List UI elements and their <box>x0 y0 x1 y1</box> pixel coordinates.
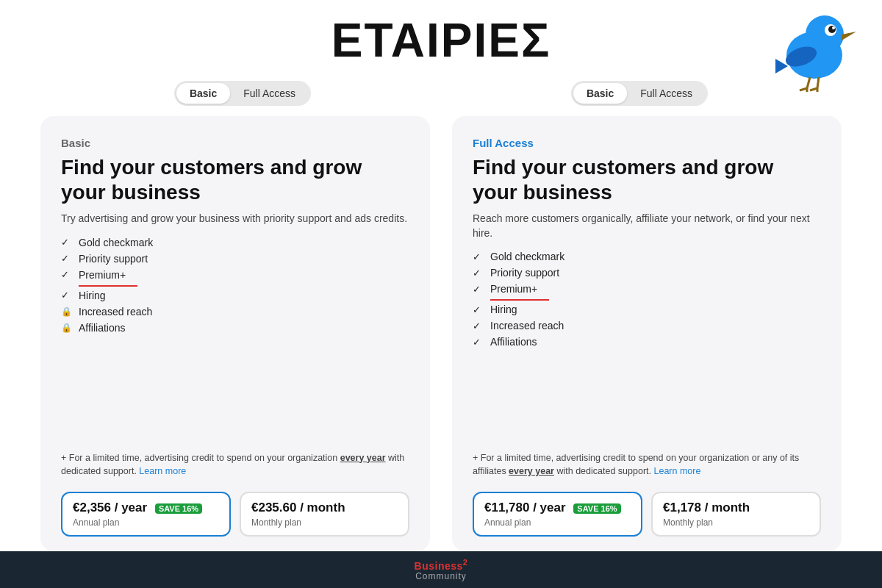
basic-promo-text: + For a limited time, advertising credit… <box>61 451 409 479</box>
check-icon: ✓ <box>473 284 484 295</box>
list-item: ✓ Premium+ <box>61 269 409 281</box>
check-icon: ✓ <box>473 304 484 315</box>
list-item: ✓ Gold checkmark <box>473 251 821 262</box>
footer-logo-bottom: Community <box>415 571 467 581</box>
list-item: ✓ Hiring <box>473 304 821 315</box>
svg-line-8 <box>807 77 810 88</box>
lock-icon: 🔒 <box>61 306 73 317</box>
full-access-annual-amount: €11,780 / year SAVE 16% <box>484 501 631 515</box>
main-container: ΕΤΑΙΡΙΕΣ <box>0 0 882 588</box>
full-access-annual-price-box[interactable]: €11,780 / year SAVE 16% Annual plan <box>473 492 642 537</box>
basic-annual-price-box[interactable]: €2,356 / year SAVE 16% Annual plan <box>61 492 231 537</box>
list-item: ✓ Priority support <box>61 253 409 265</box>
full-access-save-badge: SAVE 16% <box>573 503 620 514</box>
cards-row: Basic Find your customers and grow your … <box>0 116 882 551</box>
check-icon: ✓ <box>61 237 73 248</box>
list-item: ✓ Priority support <box>473 267 821 279</box>
basic-monthly-price-box[interactable]: €235.60 / month Monthly plan <box>240 492 409 537</box>
full-access-plan-badge: Full Access <box>473 137 821 149</box>
basic-learn-more-link[interactable]: Learn more <box>139 466 186 476</box>
basic-annual-amount: €2,356 / year SAVE 16% <box>73 501 219 515</box>
full-access-plan-card: Full Access Find your customers and grow… <box>452 116 842 551</box>
full-access-monthly-label: Monthly plan <box>663 517 809 528</box>
list-item: ✓ Gold checkmark <box>61 237 409 248</box>
list-item: ✓ Premium+ <box>473 283 821 295</box>
page-title: ΕΤΑΙΡΙΕΣ <box>331 13 551 68</box>
full-access-pricing-row: €11,780 / year SAVE 16% Annual plan €1,1… <box>473 492 821 537</box>
basic-plan-badge: Basic <box>61 137 409 149</box>
check-icon: ✓ <box>473 337 484 348</box>
full-access-plan-headline: Find your customers and grow your busine… <box>473 155 821 204</box>
list-item: ✓ Increased reach <box>473 320 821 331</box>
basic-save-badge: SAVE 16% <box>155 503 202 514</box>
left-toggle-group: Basic Full Access <box>174 81 311 106</box>
svg-line-11 <box>817 77 819 88</box>
full-access-plan-description: Reach more customers organically, affili… <box>473 212 821 240</box>
right-toggle-group: Basic Full Access <box>571 81 708 106</box>
basic-pricing-row: €2,356 / year SAVE 16% Annual plan €235.… <box>61 492 409 537</box>
check-icon: ✓ <box>473 320 484 331</box>
right-toggle-basic[interactable]: Basic <box>573 83 627 104</box>
basic-plan-headline: Find your customers and grow your busine… <box>61 155 409 204</box>
full-access-learn-more-link[interactable]: Learn more <box>653 466 700 476</box>
basic-monthly-amount: €235.60 / month <box>251 501 398 515</box>
toggle-row: Basic Full Access Basic Full Access <box>0 75 882 112</box>
footer-logo: Business2 Community <box>415 558 468 582</box>
bird-icon <box>772 4 860 92</box>
check-icon: ✓ <box>61 290 73 301</box>
basic-features-list: ✓ Gold checkmark ✓ Priority support ✓ Pr… <box>61 237 409 441</box>
check-icon: ✓ <box>61 253 73 264</box>
basic-plan-description: Try advertising and grow your business w… <box>61 212 409 226</box>
check-icon: ✓ <box>473 268 484 279</box>
full-access-annual-label: Annual plan <box>484 517 631 528</box>
svg-point-3 <box>828 26 836 33</box>
check-icon: ✓ <box>61 269 73 280</box>
basic-plan-card: Basic Find your customers and grow your … <box>40 116 430 551</box>
basic-monthly-label: Monthly plan <box>251 517 398 528</box>
svg-point-4 <box>832 26 835 29</box>
footer-logo-top: Business2 <box>415 558 468 572</box>
list-item: 🔒 Affiliations <box>61 322 409 334</box>
check-icon: ✓ <box>473 251 484 262</box>
header: ΕΤΑΙΡΙΕΣ <box>0 0 882 75</box>
full-access-features-list: ✓ Gold checkmark ✓ Priority support ✓ Pr… <box>473 251 821 440</box>
svg-marker-5 <box>842 32 856 40</box>
feature-divider <box>79 285 137 287</box>
list-item: ✓ Affiliations <box>473 336 821 348</box>
full-access-monthly-price-box[interactable]: €1,178 / month Monthly plan <box>651 492 821 537</box>
feature-divider <box>490 299 549 301</box>
right-toggle-full-access[interactable]: Full Access <box>627 83 706 104</box>
left-toggle-full-access[interactable]: Full Access <box>230 83 309 104</box>
left-toggle-basic[interactable]: Basic <box>176 83 230 104</box>
list-item: 🔒 Increased reach <box>61 306 409 318</box>
full-access-promo-text: + For a limited time, advertising credit… <box>473 451 821 479</box>
list-item: ✓ Hiring <box>61 290 409 301</box>
lock-icon: 🔒 <box>61 323 73 333</box>
full-access-monthly-amount: €1,178 / month <box>663 501 809 515</box>
basic-annual-label: Annual plan <box>73 517 219 528</box>
footer: Business2 Community <box>0 551 882 588</box>
